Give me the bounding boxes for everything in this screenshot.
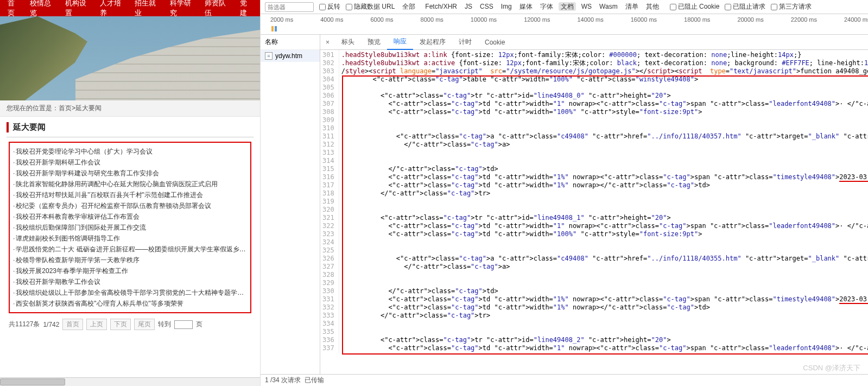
timeline-tick: 12000 ms — [524, 16, 550, 23]
status-requests: 1 /34 次请求 — [265, 376, 301, 384]
hide-data-url-checkbox[interactable]: 隐藏数据 URL — [346, 2, 395, 11]
timeline-tick: 22000 ms — [791, 16, 817, 23]
tab-headers[interactable]: 标头 — [335, 35, 361, 50]
pager-total: 共11127条 — [9, 320, 40, 329]
filter-input[interactable] — [265, 2, 314, 12]
request-filename: ydyw.htm — [275, 52, 302, 60]
pager-last-button[interactable]: 尾页 — [134, 319, 155, 330]
pager-goto-label: 转到 — [158, 320, 171, 329]
nav-item[interactable]: 科学研究 — [170, 0, 195, 18]
timeline-tick: 10000 ms — [471, 16, 497, 23]
timeline-tick: 6000 ms — [370, 16, 393, 23]
filter-type[interactable]: 媒体 — [517, 2, 535, 11]
network-filter-bar: 反转 隐藏数据 URL 全部 Fetch/XHRJSCSSImg媒体字体文档WS… — [261, 0, 868, 14]
name-column-header: 名称 — [261, 35, 320, 50]
watermark: CSDN @泽济天下 — [803, 363, 860, 373]
close-icon[interactable]: × — [320, 39, 335, 46]
filter-type[interactable]: Img — [499, 2, 514, 11]
pager-prev-button[interactable]: 上页 — [86, 319, 107, 330]
nav-item[interactable]: 党建 — [240, 0, 252, 18]
timeline-tick: 20000 ms — [737, 16, 763, 23]
tab-timing[interactable]: 计时 — [452, 35, 478, 50]
tab-initiator[interactable]: 发起程序 — [413, 35, 452, 50]
line-gutter: 3013023033043053063073083093103113123133… — [320, 50, 339, 353]
nav-item[interactable]: 校情总览 — [30, 0, 55, 18]
filter-type[interactable]: 其他 — [644, 2, 661, 11]
news-item[interactable]: 陕北首家智能化静脉用药调配中心在延大附院心脑血管病医院正式启用 — [13, 179, 247, 189]
banner-image — [0, 16, 260, 100]
pager-first-button[interactable]: 首页 — [62, 319, 83, 330]
news-item[interactable]: 校领导带队检查新学期开学第一天教学秩序 — [13, 255, 247, 265]
breadcrumb-prefix: 您现在的位置是： — [7, 104, 59, 112]
timeline-tick: 8000 ms — [421, 16, 443, 23]
timeline-tick: 14000 ms — [577, 16, 603, 23]
request-detail: × 标头 预览 响应 发起程序 计时 Cookie 30130230330430… — [320, 35, 868, 374]
tab-cookies[interactable]: Cookie — [478, 35, 511, 50]
blocked-req-checkbox[interactable]: 已阻止请求 — [725, 2, 765, 11]
third-party-checkbox[interactable]: 第三方请求 — [771, 2, 812, 11]
horizontal-scrollbar[interactable] — [0, 377, 260, 386]
timeline-tick: 4000 ms — [320, 16, 343, 23]
detail-tabs: × 标头 预览 响应 发起程序 计时 Cookie — [320, 35, 868, 50]
tab-response[interactable]: 响应 — [387, 35, 413, 50]
filter-type[interactable]: Fetch/XHR — [423, 2, 459, 11]
request-list: 名称 ≡ ydyw.htm — [261, 35, 320, 374]
page-preview: 首页校情总览机构设置人才培养招生就业科学研究师资队伍党建 您现在的位置是：首页>… — [0, 0, 261, 386]
nav-item[interactable]: 首页 — [8, 0, 20, 18]
news-item[interactable]: 我校组织后勤保障部门到国际处开展工作交流 — [13, 222, 247, 233]
pager-position: 1/742 — [43, 321, 59, 328]
filter-all[interactable]: 全部 — [400, 2, 417, 12]
pager: 共11127条 1/742 首页 上页 下页 尾页 转到 页 — [9, 319, 251, 330]
scrollbar-thumb[interactable] — [0, 378, 65, 385]
news-item[interactable]: 我校召开党委理论学习中心组（扩大）学习会议 — [13, 146, 247, 157]
news-item[interactable]: 西安创新英才获陕西省高校"心理育人标兵单位"等多项荣誉 — [13, 298, 247, 309]
filter-type[interactable]: CSS — [478, 2, 496, 11]
timeline[interactable]: 2000 ms4000 ms6000 ms8000 ms10000 ms1200… — [261, 14, 868, 35]
news-item[interactable]: 我校召开本科教育教学审核评估工作布置会 — [13, 211, 247, 222]
timeline-tick: 16000 ms — [631, 16, 657, 23]
file-icon: ≡ — [265, 52, 273, 60]
nav-item[interactable]: 招生就业 — [135, 0, 160, 18]
pager-next-button[interactable]: 下页 — [110, 319, 131, 330]
devtools-panel: 反转 隐藏数据 URL 全部 Fetch/XHRJSCSSImg媒体字体文档WS… — [261, 0, 868, 386]
response-code[interactable]: 3013023033043053063073083093103113123133… — [320, 50, 868, 374]
section-title: 延大要闻 — [7, 122, 254, 132]
news-item[interactable]: 学思践悟党的二十大 砥砺奋进开启新征程——校团委组织开展大学生寒假返乡实践活动 — [13, 244, 247, 255]
devtools-status-bar: 1 /34 次请求 已传输 { } — [261, 374, 868, 386]
timeline-tick: 18000 ms — [684, 16, 710, 23]
timeline-tick: 2000 ms — [270, 16, 293, 23]
invert-checkbox[interactable]: 反转 — [319, 2, 340, 11]
filter-type[interactable]: Wasm — [597, 2, 620, 11]
filter-type[interactable]: 文档 — [559, 2, 576, 11]
news-item[interactable]: 我校召开结对帮扶延川县"百校联百县兴千村"示范创建工作推进会 — [13, 189, 247, 200]
news-item[interactable]: 我校开展2023年春季学期开学检查工作 — [13, 265, 247, 276]
pager-unit: 页 — [196, 320, 202, 329]
tab-preview[interactable]: 预览 — [361, 35, 387, 50]
breadcrumb-path[interactable]: 首页>延大要闻 — [59, 104, 102, 112]
nav-item[interactable]: 师资队伍 — [205, 0, 230, 18]
status-transfer: 已传输 — [305, 376, 324, 384]
main-nav: 首页校情总览机构设置人才培养招生就业科学研究师资队伍党建 — [0, 0, 260, 16]
news-item[interactable]: 我校召开新学期教学工作会议 — [13, 276, 247, 287]
news-list: 我校召开党委理论学习中心组（扩大）学习会议我校召开新学期科研工作会议我校召开新学… — [13, 146, 247, 309]
filter-type[interactable]: 清单 — [623, 2, 641, 11]
divider — [7, 137, 254, 137]
source-content[interactable]: .headStyle8ubw1i3kwt a:link {font-size: … — [339, 50, 868, 353]
pager-goto-input[interactable] — [174, 320, 193, 329]
news-list-box: 我校召开党委理论学习中心组（扩大）学习会议我校召开新学期科研工作会议我校召开新学… — [9, 142, 251, 313]
nav-item[interactable]: 机构设置 — [65, 0, 90, 18]
request-row[interactable]: ≡ ydyw.htm — [261, 50, 320, 62]
news-item[interactable]: 我校组织处级以上干部参加全省高校领导干部学习贯彻党的二十大精神专题学习班 — [13, 287, 247, 298]
news-item[interactable]: 谭虎娃副校长到图书馆调研指导工作 — [13, 233, 247, 244]
filter-type[interactable]: 字体 — [538, 2, 555, 11]
breadcrumb: 您现在的位置是：首页>延大要闻 — [0, 100, 260, 117]
timeline-tick: 24000 ms — [844, 16, 868, 23]
news-item[interactable]: 校纪委（监察专员办）召开纪检监察干部队伍教育整顿动员部署会议 — [13, 200, 247, 211]
news-item[interactable]: 我校召开新学期学科建设与研究生教育工作安排会 — [13, 168, 247, 179]
nav-item[interactable]: 人才培养 — [100, 0, 125, 18]
filter-type[interactable]: JS — [462, 2, 474, 11]
news-item[interactable]: 我校召开新学期科研工作会议 — [13, 157, 247, 168]
filter-type[interactable]: WS — [579, 2, 594, 11]
blocked-cookie-checkbox[interactable]: 已阻止 Cookie — [670, 2, 720, 11]
